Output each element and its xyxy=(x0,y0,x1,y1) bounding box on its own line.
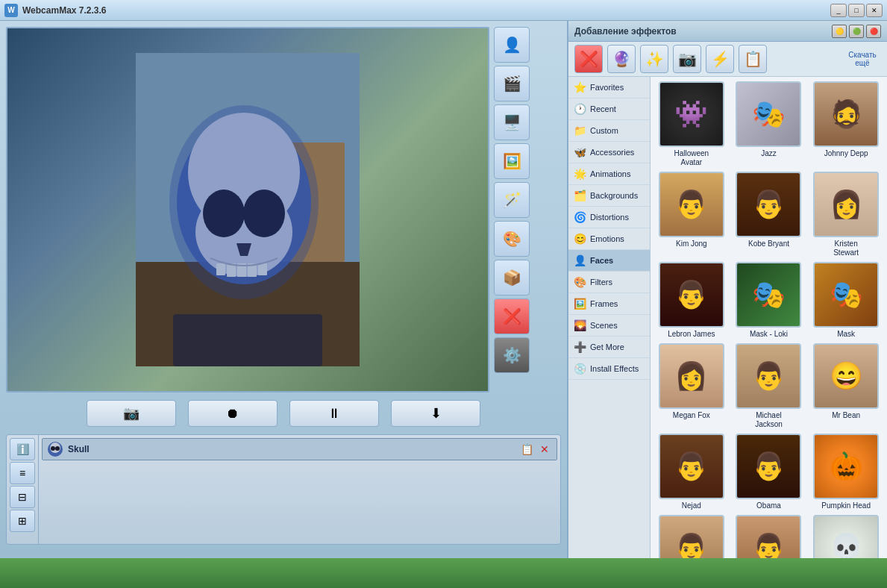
skull-effect-svg xyxy=(136,53,360,366)
category-label-1: Recent xyxy=(590,104,616,113)
layout-tab-button[interactable]: ⊟ xyxy=(10,486,35,508)
category-item-distortions[interactable]: 🌀Distortions xyxy=(568,207,650,228)
effect-cell-5[interactable]: 👩Kristen Stewart xyxy=(809,172,883,257)
maximize-button[interactable]: □ xyxy=(848,4,865,17)
fx-star-button[interactable]: ✨ xyxy=(640,45,668,73)
effect-cell-13[interactable]: 👨Obama xyxy=(733,434,806,510)
effect-cell-11[interactable]: 😄Mr Bean xyxy=(809,343,883,429)
left-panel: 👤 🎬 🖥️ 🖼️ 🪄 🎨 📦 ❌ ⚙️ 📷 ⏺ ⏸ ⬇ ℹ️ ≡ xyxy=(0,21,567,588)
monitor-button[interactable]: 🖥️ xyxy=(494,104,530,140)
category-label-3: Accessories xyxy=(590,148,634,157)
effect-thumb-1: 🎭 xyxy=(736,81,801,147)
category-label-9: Filters xyxy=(590,278,612,287)
category-item-emotions[interactable]: 😊Emotions xyxy=(568,228,650,250)
category-label-5: Backgrounds xyxy=(590,191,638,200)
svg-point-14 xyxy=(169,105,319,299)
right-toolbar: 👤 🎬 🖥️ 🖼️ 🪄 🎨 📦 ❌ ⚙️ xyxy=(494,27,533,392)
close-button[interactable]: ✕ xyxy=(866,4,883,17)
camera-button[interactable]: 📷 xyxy=(87,400,176,427)
category-icon-8: 👤 xyxy=(573,254,586,267)
category-item-install-effects[interactable]: 💿Install Effects xyxy=(568,358,650,380)
category-item-custom[interactable]: 📁Custom xyxy=(568,120,650,142)
category-item-recent[interactable]: 🕐Recent xyxy=(568,98,650,120)
effect-cell-7[interactable]: 🎭Mask - Loki xyxy=(733,262,806,339)
category-sidebar: ⭐Favorites🕐Recent📁Custom🦋Accessories🌟Ani… xyxy=(568,77,651,588)
record-button[interactable]: ⏺ xyxy=(188,400,278,427)
category-icon-1: 🕐 xyxy=(573,102,586,116)
effect-cell-8[interactable]: 🎭Mask xyxy=(809,262,883,339)
person-button[interactable]: 👤 xyxy=(494,27,530,63)
effect-cell-14[interactable]: 🎃Pumpkin Head xyxy=(809,434,883,510)
category-item-backgrounds[interactable]: 🗂️Backgrounds xyxy=(568,185,650,207)
webcam-canvas xyxy=(7,28,488,391)
close-effect-button[interactable]: ❌ xyxy=(494,298,530,334)
effect-copy-button[interactable]: 📋 xyxy=(519,442,534,457)
category-label-10: Frames xyxy=(590,299,618,308)
category-icon-5: 🗂️ xyxy=(573,189,586,202)
category-icon-11: 🌄 xyxy=(573,319,586,332)
svg-rect-15 xyxy=(173,314,322,366)
effect-cell-9[interactable]: 👩Megan Fox xyxy=(655,343,728,429)
effect-cell-12[interactable]: 👨Nejad xyxy=(655,434,728,510)
effect-cell-0[interactable]: 👾Halloween Avatar xyxy=(655,81,728,167)
download-more-button[interactable]: Скачать ещё xyxy=(844,51,881,67)
effect-cell-3[interactable]: 👨Kim Jong xyxy=(655,172,728,257)
clapper-button[interactable]: 🎬 xyxy=(494,66,530,101)
category-icon-9: 🎨 xyxy=(573,275,586,289)
active-effect-item[interactable]: Skull 📋 ✕ xyxy=(42,438,557,460)
effects-grid-container[interactable]: 👾Halloween Avatar🎭Jazz🧔Johnny Depp👨Kim J… xyxy=(651,77,887,588)
box-button[interactable]: 📦 xyxy=(494,260,530,295)
svg-point-19 xyxy=(55,446,60,451)
effect-label-4: Kobe Bryant xyxy=(748,240,789,248)
fx-wand-button[interactable]: 🔮 xyxy=(607,45,636,73)
effect-cell-6[interactable]: 👨Lebron James xyxy=(655,262,728,339)
effect-label-6: Lebron James xyxy=(668,330,715,339)
effect-cell-10[interactable]: 👨Michael Jackson xyxy=(733,343,806,429)
wand-button[interactable]: 🪄 xyxy=(494,182,530,218)
category-label-4: Animations xyxy=(590,169,630,178)
effect-label-13: Obama xyxy=(756,501,781,510)
grid-tab-button[interactable]: ⊞ xyxy=(10,510,35,532)
main-container: 👤 🎬 🖥️ 🖼️ 🪄 🎨 📦 ❌ ⚙️ 📷 ⏺ ⏸ ⬇ ℹ️ ≡ xyxy=(0,21,887,588)
effect-label-9: Megan Fox xyxy=(673,411,710,420)
category-item-faces[interactable]: 👤Faces xyxy=(568,250,650,272)
effect-label-10: Michael Jackson xyxy=(755,411,783,429)
download-button[interactable]: ⬇ xyxy=(391,400,480,427)
effect-cell-4[interactable]: 👨Kobe Bryant xyxy=(733,172,806,257)
effect-label-11: Mr Bean xyxy=(832,411,860,420)
category-item-favorites[interactable]: ⭐Favorites xyxy=(568,77,650,98)
minimize-button[interactable]: _ xyxy=(830,4,847,17)
paint-button[interactable]: 🎨 xyxy=(494,221,530,257)
picture-button[interactable]: 🖼️ xyxy=(494,143,530,179)
category-item-animations[interactable]: 🌟Animations xyxy=(568,163,650,185)
active-effect-name: Skull xyxy=(68,444,515,454)
effect-delete-button[interactable]: ✕ xyxy=(537,442,552,457)
category-item-frames[interactable]: 🖼️Frames xyxy=(568,293,650,315)
fx-maximize-button[interactable]: 🟢 xyxy=(849,25,864,38)
fx-remove-button[interactable]: ❌ xyxy=(574,45,603,73)
category-item-scenes[interactable]: 🌄Scenes xyxy=(568,315,650,337)
fx-flash-button[interactable]: ⚡ xyxy=(706,45,734,73)
effect-label-12: Nejad xyxy=(682,501,701,510)
titlebar-controls: _ □ ✕ xyxy=(830,4,883,17)
info-tab-button[interactable]: ℹ️ xyxy=(10,438,35,460)
category-item-filters[interactable]: 🎨Filters xyxy=(568,272,650,293)
effect-label-14: Pumpkin Head xyxy=(821,501,871,510)
effect-cell-1[interactable]: 🎭Jazz xyxy=(733,81,806,167)
category-icon-13: 💿 xyxy=(573,362,586,375)
fx-add-button[interactable]: 📷 xyxy=(673,45,701,73)
fx-close-title-button[interactable]: 🔴 xyxy=(866,25,881,38)
effect-thumb-4: 👨 xyxy=(736,172,801,237)
category-item-get-more[interactable]: ➕Get More xyxy=(568,337,650,358)
pause-button[interactable]: ⏸ xyxy=(289,400,379,427)
settings-button[interactable]: ⚙️ xyxy=(494,337,530,373)
category-label-7: Emotions xyxy=(590,234,624,243)
webcam-frame xyxy=(6,27,489,392)
effect-cell-2[interactable]: 🧔Johnny Depp xyxy=(809,81,883,167)
effects-list-sidebar: ℹ️ ≡ ⊟ ⊞ xyxy=(7,435,39,544)
fx-clip-button[interactable]: 📋 xyxy=(739,45,767,73)
effect-thumb-0: 👾 xyxy=(659,81,724,147)
list-tab-button[interactable]: ≡ xyxy=(10,462,35,484)
fx-minimize-button[interactable]: 🟡 xyxy=(832,25,847,38)
category-item-accessories[interactable]: 🦋Accessories xyxy=(568,142,650,163)
